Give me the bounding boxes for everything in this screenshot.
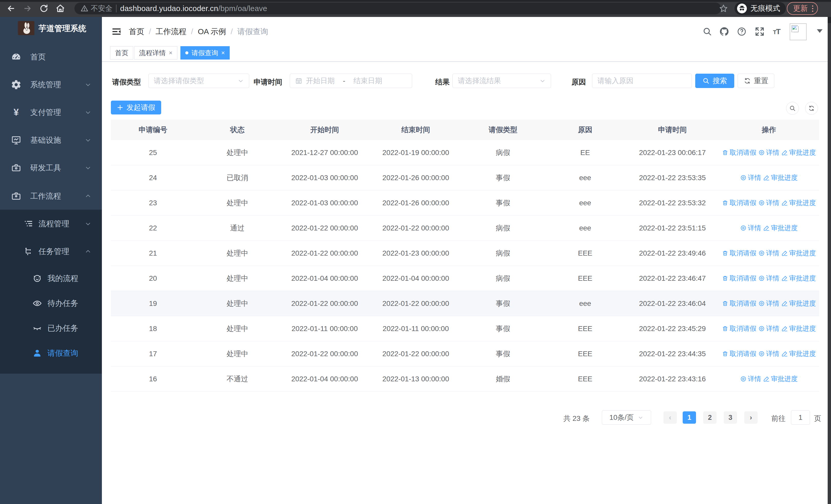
sidebar-item-my-process[interactable]: 我的流程: [0, 266, 102, 291]
detail-link[interactable]: 详情: [758, 148, 779, 157]
search-icon[interactable]: [701, 25, 714, 38]
menu-dots-icon[interactable]: [812, 5, 813, 12]
bookmark-star-icon[interactable]: [718, 3, 729, 14]
sidebar-item-payment[interactable]: ¥ 支付管理: [0, 98, 102, 126]
home-icon[interactable]: [55, 3, 66, 14]
create-leave-button[interactable]: 发起请假: [111, 100, 161, 114]
table-row: 16 不通过 2022-01-04 00:00:00 2022-01-13 00…: [111, 366, 819, 392]
goto-page-input[interactable]: 1: [791, 410, 810, 425]
sidebar-item-home[interactable]: 首页: [0, 43, 102, 71]
sidebar-item-system[interactable]: 系统管理: [0, 71, 102, 98]
browser-scrollbar[interactable]: [828, 17, 831, 504]
cancel-leave-link[interactable]: 取消请假: [722, 249, 756, 258]
trash-icon: [722, 275, 728, 281]
eye-icon: [758, 250, 765, 256]
sidebar-item-todo-tasks[interactable]: 待办任务: [0, 291, 102, 316]
apply-time-range-picker[interactable]: 开始日期 - 结束日期: [290, 73, 412, 88]
cancel-leave-link[interactable]: 取消请假: [722, 148, 756, 157]
cell-start-time: 2021-12-27 00:00:00: [280, 149, 370, 157]
sidebar-item-task-mgmt[interactable]: 任务管理: [0, 238, 102, 265]
detail-link[interactable]: 详情: [740, 173, 761, 182]
progress-link[interactable]: 审批进度: [781, 274, 816, 283]
face-icon: [31, 272, 43, 284]
cell-status: 处理中: [195, 324, 280, 334]
warning-icon: [81, 5, 88, 12]
security-warning[interactable]: 不安全: [81, 4, 112, 13]
progress-link[interactable]: 审批进度: [781, 249, 816, 258]
detail-link[interactable]: 详情: [740, 224, 761, 233]
search-circle-icon[interactable]: [786, 102, 799, 115]
fullscreen-icon[interactable]: [753, 25, 766, 38]
table-row: 23 处理中 2022-01-03 00:00:00 2022-01-26 00…: [111, 190, 819, 215]
sidebar-item-workflow[interactable]: 工作流程: [0, 182, 102, 210]
breadcrumb-item[interactable]: 首页: [129, 26, 144, 37]
close-icon[interactable]: ×: [169, 49, 172, 56]
next-page-button[interactable]: ›: [744, 411, 757, 424]
cancel-leave-link[interactable]: 取消请假: [722, 198, 756, 207]
detail-link[interactable]: 详情: [758, 249, 779, 258]
progress-link[interactable]: 审批进度: [763, 375, 798, 383]
reload-icon[interactable]: [38, 3, 49, 14]
sidebar-item-devtools[interactable]: 研发工具: [0, 154, 102, 182]
detail-link[interactable]: 详情: [758, 324, 779, 333]
page-button-3[interactable]: 3: [724, 411, 737, 424]
font-size-icon[interactable]: TT: [770, 25, 783, 38]
progress-link[interactable]: 审批进度: [781, 349, 816, 358]
progress-link[interactable]: 审批进度: [781, 324, 816, 333]
github-icon[interactable]: [718, 25, 730, 38]
cancel-leave-link[interactable]: 取消请假: [722, 324, 756, 333]
app-logo-row[interactable]: 芋道管理系统: [0, 20, 102, 37]
update-button[interactable]: 更新: [787, 2, 818, 15]
url-text: dashboard.yudao.iocoder.cn/bpm/oa/leave: [120, 4, 267, 13]
tab-home[interactable]: 首页: [110, 46, 133, 60]
collapse-sidebar-icon[interactable]: [110, 25, 123, 38]
cancel-leave-link[interactable]: 取消请假: [722, 274, 756, 283]
help-icon[interactable]: [735, 25, 748, 38]
tab-process-detail[interactable]: 流程详情 ×: [134, 46, 177, 60]
cell-leave-type: 病假: [462, 223, 544, 233]
progress-link[interactable]: 审批进度: [781, 198, 816, 207]
detail-link[interactable]: 详情: [758, 349, 779, 358]
chevron-down-icon[interactable]: [817, 29, 823, 33]
address-bar[interactable]: 不安全 dashboard.yudao.iocoder.cn/bpm/oa/le…: [75, 3, 721, 14]
progress-link[interactable]: 审批进度: [763, 224, 798, 233]
sidebar-item-label: 任务管理: [38, 246, 69, 257]
detail-link[interactable]: 详情: [740, 375, 761, 383]
sidebar-item-leave-query[interactable]: 请假查询: [0, 340, 102, 365]
search-button[interactable]: 搜索: [695, 73, 734, 88]
progress-link[interactable]: 审批进度: [781, 148, 816, 157]
reason-input[interactable]: 请输入原因: [592, 73, 692, 88]
prev-page-button[interactable]: ‹: [663, 411, 677, 424]
breadcrumb-item[interactable]: 工作流程: [155, 26, 186, 37]
detail-link[interactable]: 详情: [758, 299, 779, 308]
pen-icon: [763, 225, 770, 231]
leave-type-select[interactable]: 请选择请假类型: [148, 73, 249, 88]
cell-apply-time: 2022-01-22 23:46:04: [626, 299, 719, 308]
avatar-broken-image[interactable]: [790, 23, 807, 40]
pen-icon: [781, 149, 788, 156]
chevron-down-icon: [638, 415, 643, 420]
cancel-leave-link[interactable]: 取消请假: [722, 349, 756, 358]
forward-icon[interactable]: [22, 3, 33, 14]
sidebar-item-process-mgmt[interactable]: 流程管理: [0, 210, 102, 238]
close-icon[interactable]: ×: [221, 49, 225, 56]
cancel-leave-link[interactable]: 取消请假: [722, 299, 756, 308]
result-select[interactable]: 请选择流结果: [453, 73, 551, 88]
page-button-1[interactable]: 1: [683, 411, 696, 424]
back-icon[interactable]: [6, 3, 17, 14]
tab-leave-query[interactable]: 请假查询 ×: [180, 46, 230, 60]
sidebar-item-done-tasks[interactable]: 已办任务: [0, 316, 102, 340]
refresh-circle-icon[interactable]: [805, 102, 818, 115]
sidebar-item-infra[interactable]: 基础设施: [0, 126, 102, 154]
detail-link[interactable]: 详情: [758, 198, 779, 207]
page-size-select[interactable]: 10条/页: [602, 410, 651, 425]
page-button-2[interactable]: 2: [703, 411, 717, 424]
chevron-down-icon: [85, 165, 91, 171]
reset-button[interactable]: 重置: [738, 73, 774, 88]
progress-link[interactable]: 审批进度: [763, 173, 798, 182]
detail-link[interactable]: 详情: [758, 274, 779, 283]
trash-icon: [722, 200, 728, 206]
cell-apply-time: 2022-01-22 23:49:46: [626, 249, 719, 257]
breadcrumb-item[interactable]: OA 示例: [198, 26, 226, 37]
progress-link[interactable]: 审批进度: [781, 299, 816, 308]
